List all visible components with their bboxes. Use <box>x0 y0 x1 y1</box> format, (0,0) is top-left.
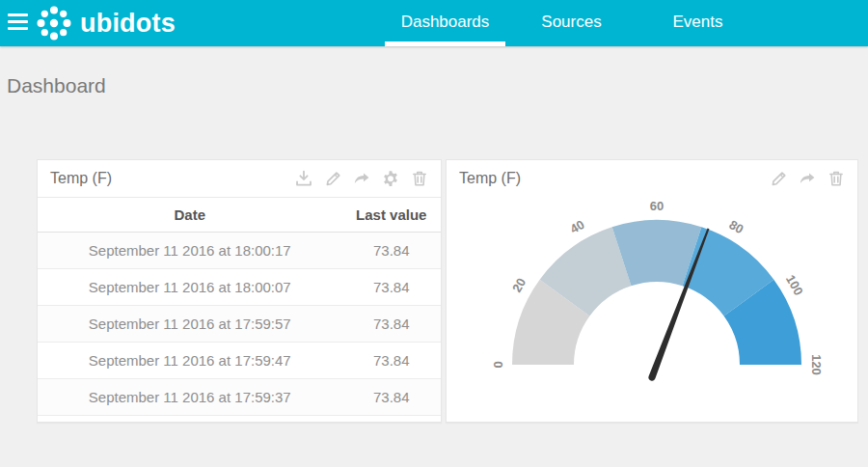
share-icon[interactable] <box>353 170 370 187</box>
table-widget: Temp (F) <box>37 159 442 423</box>
gauge-tick-label: 0 <box>491 361 505 368</box>
gauge-tick-label: 120 <box>809 354 824 375</box>
table-row: September 11 2016 at 17:59:4773.84 <box>38 343 441 379</box>
values-table: Date Last value September 11 2016 at 18:… <box>38 198 441 416</box>
gauge-tick-label: 40 <box>567 217 586 236</box>
download-icon[interactable] <box>295 170 312 187</box>
gauge-chart: 020406080100120 <box>447 197 857 419</box>
cell-last-value: 73.84 <box>342 343 442 379</box>
edit-icon[interactable] <box>324 170 341 187</box>
cell-date: September 11 2016 at 17:59:37 <box>38 379 342 416</box>
gauge-widget: Temp (F) 020406080100120 <box>446 159 858 423</box>
cell-last-value: 73.84 <box>342 233 442 269</box>
cell-date: September 11 2016 at 17:59:57 <box>38 306 342 343</box>
delete-icon[interactable] <box>827 170 845 187</box>
tab-sources[interactable]: Sources <box>508 0 635 46</box>
share-icon[interactable] <box>799 170 816 187</box>
table-row: September 11 2016 at 18:00:0773.84 <box>38 269 441 306</box>
main-nav: Dashboards Sources Events <box>382 0 761 46</box>
cell-date: September 11 2016 at 18:00:07 <box>38 269 342 306</box>
cell-last-value: 73.84 <box>342 379 442 416</box>
column-header-last-value: Last value <box>342 198 442 233</box>
ubidots-logo[interactable]: ubidots <box>35 4 176 42</box>
table-widget-header: Temp (F) <box>38 160 441 198</box>
gauge-tick-label: 60 <box>650 199 664 213</box>
brand-name: ubidots <box>80 9 176 39</box>
widget-title: Temp (F) <box>50 170 295 187</box>
gauge-widget-header: Temp (F) <box>447 160 857 197</box>
gauge-tick-label: 20 <box>509 275 529 294</box>
table-row: September 11 2016 at 18:00:1773.84 <box>38 233 441 269</box>
tab-dashboards[interactable]: Dashboards <box>382 0 508 46</box>
table-body: September 11 2016 at 18:00:1773.84Septem… <box>38 233 441 416</box>
topbar: ubidots Dashboards Sources Events <box>0 0 868 46</box>
widget-toolbar <box>295 170 428 187</box>
cell-last-value: 73.84 <box>342 269 442 306</box>
tab-events[interactable]: Events <box>635 0 761 46</box>
settings-icon[interactable] <box>382 170 399 187</box>
cell-last-value: 73.84 <box>342 306 442 343</box>
ubidots-dots-icon <box>35 4 73 42</box>
edit-icon[interactable] <box>770 170 787 187</box>
widget-title: Temp (F) <box>459 170 770 187</box>
table-row: September 11 2016 at 17:59:3773.84 <box>38 379 441 416</box>
cell-date: September 11 2016 at 17:59:47 <box>38 343 342 379</box>
hamburger-menu-icon[interactable] <box>8 14 29 33</box>
table-row: September 11 2016 at 17:59:5773.84 <box>38 306 441 343</box>
gauge-tick-label: 100 <box>783 272 806 297</box>
delete-icon[interactable] <box>411 170 428 187</box>
gauge-tick-label: 80 <box>726 217 746 236</box>
cell-date: September 11 2016 at 18:00:17 <box>38 233 342 269</box>
page-title: Dashboard <box>7 74 106 97</box>
widget-toolbar <box>770 170 845 187</box>
column-header-date: Date <box>38 198 342 233</box>
